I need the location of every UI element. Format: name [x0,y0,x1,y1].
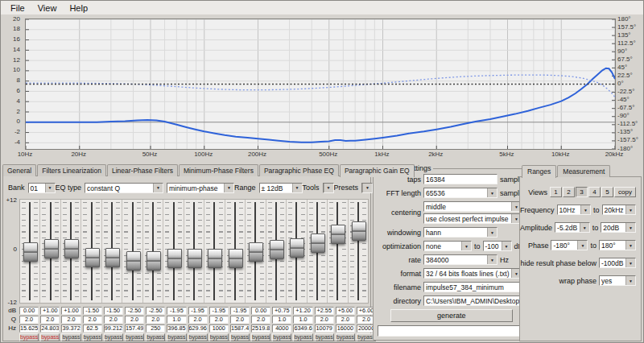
eq-band-slider-10[interactable] [204,200,225,303]
slider-handle[interactable] [229,249,243,268]
amplitude-from-select[interactable]: -5.2dB ▼ [555,222,590,233]
phase-to-select[interactable]: 180° ▼ [599,240,636,250]
band-2-hz-field[interactable]: 24.803 [40,324,60,333]
taps-input[interactable] [423,174,497,184]
format-select[interactable]: 32 / 64 bits floats lines (.txt) ▼ [423,268,522,279]
slider-handle[interactable] [64,239,79,258]
eq-band-slider-17[interactable] [349,200,368,303]
band-8-hz-field[interactable]: 396.85 [167,324,186,333]
fft-length-select[interactable]: 65536 ▼ [423,188,497,198]
view-button-4[interactable]: 4 [588,187,601,197]
eq-band-slider-8[interactable] [163,200,184,303]
band-6-db-field[interactable]: -2.50 [125,307,144,315]
band-10-q-field[interactable]: 2.0 [209,316,229,324]
band-8-db-field[interactable]: -1.95 [167,307,186,315]
view-button-copy[interactable]: copy [614,187,636,197]
eq-band-slider-14[interactable] [287,200,307,303]
band-9-hz-field[interactable]: 629.96 [188,324,208,333]
eq-band-slider-16[interactable] [328,200,348,303]
range-select[interactable]: ± 12dB ▼ [259,183,303,193]
slider-handle[interactable] [105,248,120,267]
slider-handle[interactable] [270,240,284,259]
eq-band-slider-6[interactable] [122,200,142,303]
band-7-hz-field[interactable]: 250 [146,324,165,333]
eq-band-slider-3[interactable] [61,200,81,303]
band-8-bypass-button[interactable]: bypass [167,333,186,341]
band-7-q-field[interactable]: 2.0 [146,316,165,324]
band-9-db-field[interactable]: -1.95 [188,307,208,315]
tab-paragraphic-gain-eq[interactable]: Paragraphic Gain EQ [340,164,415,177]
band-4-bypass-button[interactable]: bypass [83,333,102,341]
tab-filters-linearization[interactable]: Filters Linearization [37,164,106,176]
eq-band-slider-1[interactable] [20,200,40,303]
windowing-select[interactable]: hann ▼ [423,227,497,238]
eq-band-slider-9[interactable] [184,200,204,303]
phase-from-select[interactable]: -180° ▼ [551,240,588,250]
frequency-from-select[interactable]: 10Hz ▼ [557,205,591,215]
band-13-hz-field[interactable]: 4000 [272,324,291,333]
phase-type-select[interactable]: minimum-phase ▼ [167,183,234,193]
band-16-bypass-button[interactable]: bypass [336,333,355,341]
slider-handle[interactable] [188,249,202,268]
slider-handle[interactable] [208,249,222,268]
band-12-q-field[interactable]: 2.0 [251,316,270,324]
band-4-db-field[interactable]: -1.50 [83,307,102,315]
band-4-hz-field[interactable]: 62.5 [83,324,102,333]
band-5-bypass-button[interactable]: bypass [104,333,123,341]
band-11-hz-field[interactable]: 1587.4 [230,324,250,333]
slider-handle[interactable] [290,238,304,258]
band-2-bypass-button[interactable]: bypass [40,333,60,341]
menu-file[interactable]: File [4,2,31,14]
band-1-db-field[interactable]: 0.00 [19,307,39,315]
band-14-bypass-button[interactable]: bypass [293,333,312,341]
menu-view[interactable]: View [31,2,64,14]
eq-band-slider-4[interactable] [81,200,101,303]
band-14-db-field[interactable]: +1.20 [293,307,312,315]
band-1-hz-field[interactable]: 15.625 [19,324,39,333]
slider-handle[interactable] [44,239,59,258]
band-12-db-field[interactable]: 0.00 [251,307,270,315]
amplitude-to-select[interactable]: 20dB ▼ [601,222,636,233]
directory-input[interactable] [423,295,522,306]
tab-general[interactable]: General [2,164,36,176]
eq-band-slider-13[interactable] [266,200,287,303]
slider-handle[interactable] [311,233,325,253]
slider-handle[interactable] [249,242,263,262]
band-1-bypass-button[interactable]: bypass [19,333,39,341]
view-button-3[interactable]: 3 [576,187,588,197]
slider-handle[interactable] [126,251,141,271]
view-button-2[interactable]: 2 [563,187,575,197]
band-9-bypass-button[interactable]: bypass [188,333,208,341]
band-8-q-field[interactable]: 1.0 [167,316,186,324]
eq-band-slider-7[interactable] [143,200,163,303]
band-15-q-field[interactable]: 2.0 [315,316,334,324]
band-16-hz-field[interactable]: 16000 [336,324,355,333]
rate-select[interactable]: 384000 ▼ [423,254,497,265]
band-13-bypass-button[interactable]: bypass [272,333,291,341]
band-15-hz-field[interactable]: 10079 [315,324,334,333]
band-10-db-field[interactable]: -1.95 [209,307,229,315]
centering-mode-select[interactable]: use closest perfect impulse ▼ [423,213,522,224]
eq-band-slider-5[interactable] [102,200,122,303]
band-10-hz-field[interactable]: 1000 [209,324,229,333]
frequency-to-select[interactable]: 20kHz ▼ [602,205,636,215]
slider-handle[interactable] [352,221,366,241]
band-15-db-field[interactable]: +2.55 [315,307,334,315]
centering-select[interactable]: middle ▼ [423,201,522,212]
slider-handle[interactable] [85,248,100,267]
eq-band-slider-15[interactable] [308,200,328,303]
band-13-db-field[interactable]: +0.75 [272,307,291,315]
slider-handle[interactable] [331,225,345,244]
wrap-phase-select[interactable]: yes ▼ [599,275,636,286]
tab-linear-phase-filters[interactable]: Linear-Phase Filters [107,164,178,176]
band-16-db-field[interactable]: +5.00 [336,307,355,315]
band-1-q-field[interactable]: 2.0 [19,316,39,324]
view-button-1[interactable]: 1 [550,187,562,197]
presets-select[interactable]: ▼ [361,183,373,193]
hide-result-phase-select[interactable]: -100dB ▼ [599,258,636,268]
band-14-q-field[interactable]: 1.0 [293,316,312,324]
band-2-db-field[interactable]: +1.00 [40,307,60,315]
tab-paragraphic-phase-eq[interactable]: Paragraphic Phase EQ [259,164,339,176]
eq-type-select[interactable]: constant Q ▼ [85,183,163,193]
band-3-hz-field[interactable]: 39.372 [61,324,80,333]
